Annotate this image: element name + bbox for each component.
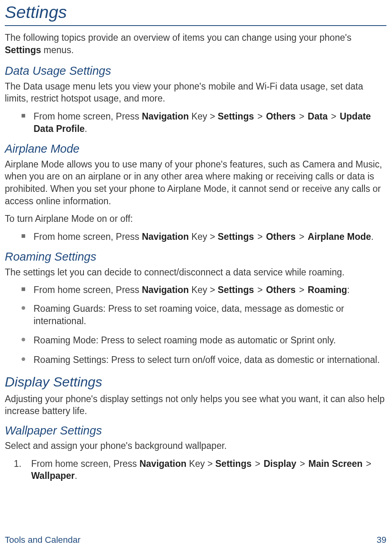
list-item: Roaming Guards: Press to set roaming voi… bbox=[22, 303, 386, 327]
footer-page-number: 39 bbox=[377, 534, 386, 546]
settings-bold: Settings bbox=[215, 458, 252, 469]
heading-display: Display Settings bbox=[5, 373, 386, 391]
li-key: Key > bbox=[189, 285, 218, 295]
dot: . bbox=[85, 124, 87, 134]
nav-bold: Navigation bbox=[142, 111, 189, 122]
main-bold: Main Screen bbox=[308, 458, 363, 469]
settings-bold: Settings bbox=[218, 111, 254, 122]
list-item: Roaming Mode: Press to select roaming mo… bbox=[22, 334, 386, 347]
others-bold: Others bbox=[266, 231, 296, 242]
intro-bold: Settings bbox=[5, 45, 41, 55]
gt: > bbox=[254, 231, 266, 242]
heading-wallpaper: Wallpaper Settings bbox=[5, 423, 386, 438]
li-pre: From home screen, Press bbox=[34, 231, 142, 242]
display-body: Adjusting your phone's display settings … bbox=[5, 393, 386, 417]
li-pre: From home screen, Press bbox=[31, 458, 139, 469]
nav-bold: Navigation bbox=[139, 458, 187, 469]
footer-left: Tools and Calendar bbox=[5, 534, 81, 546]
list-item: Roaming Settings: Press to select turn o… bbox=[22, 354, 386, 366]
data-usage-body: The Data usage menu lets you view your p… bbox=[5, 80, 386, 105]
others-bold: Others bbox=[266, 285, 296, 295]
intro-pre: The following topics provide an overview… bbox=[5, 32, 351, 43]
li-pre: From home screen, Press bbox=[34, 285, 142, 295]
airplane-body2: To turn Airplane Mode on or off: bbox=[5, 213, 386, 225]
gt: > bbox=[252, 458, 264, 469]
list-item: From home screen, Press Navigation Key >… bbox=[24, 458, 386, 482]
nav-bold: Navigation bbox=[142, 285, 189, 295]
settings-bold: Settings bbox=[218, 285, 254, 295]
airplane-bold: Airplane Mode bbox=[308, 231, 371, 242]
nav-bold: Navigation bbox=[142, 231, 189, 242]
page-footer: Tools and Calendar 39 bbox=[5, 534, 386, 546]
heading-data-usage: Data Usage Settings bbox=[5, 63, 386, 79]
roaming-body: The settings let you can decide to conne… bbox=[5, 266, 386, 279]
wallpaper-body: Select and assign your phone's backgroun… bbox=[5, 440, 386, 452]
page-title: Settings bbox=[5, 0, 386, 26]
gt: > bbox=[296, 111, 308, 122]
intro-post: menus. bbox=[41, 45, 74, 55]
gt: > bbox=[254, 285, 266, 295]
roaming-bold: Roaming bbox=[308, 285, 347, 295]
li-key: Key > bbox=[187, 458, 215, 469]
gt: > bbox=[296, 285, 308, 295]
colon: : bbox=[347, 285, 349, 295]
li-key: Key > bbox=[189, 231, 218, 242]
dot: . bbox=[371, 231, 374, 242]
gt: > bbox=[254, 111, 266, 122]
display-bold: Display bbox=[264, 458, 296, 469]
list-item: From home screen, Press Navigation Key >… bbox=[22, 231, 386, 243]
li-pre: From home screen, Press bbox=[34, 111, 142, 122]
settings-bold: Settings bbox=[218, 231, 254, 242]
dot: . bbox=[75, 470, 77, 481]
list-item: From home screen, Press Navigation Key >… bbox=[22, 284, 386, 296]
gt: > bbox=[296, 458, 308, 469]
heading-roaming: Roaming Settings bbox=[5, 249, 386, 265]
gt: > bbox=[328, 111, 340, 122]
gt: > bbox=[296, 231, 308, 242]
heading-airplane: Airplane Mode bbox=[5, 141, 386, 157]
others-bold: Others bbox=[266, 111, 296, 122]
data-usage-list: From home screen, Press Navigation Key >… bbox=[5, 110, 386, 135]
li-key: Key > bbox=[189, 111, 218, 122]
roaming-list-square: From home screen, Press Navigation Key >… bbox=[5, 284, 386, 296]
wallpaper-bold: Wallpaper bbox=[31, 470, 75, 481]
wallpaper-ol: From home screen, Press Navigation Key >… bbox=[5, 458, 386, 482]
data-bold: Data bbox=[308, 111, 328, 122]
intro-paragraph: The following topics provide an overview… bbox=[5, 32, 386, 56]
airplane-list: From home screen, Press Navigation Key >… bbox=[5, 231, 386, 243]
gt: > bbox=[362, 458, 372, 469]
roaming-list-disc: Roaming Guards: Press to set roaming voi… bbox=[5, 303, 386, 366]
list-item: From home screen, Press Navigation Key >… bbox=[22, 110, 386, 135]
airplane-body: Airplane Mode allows you to use many of … bbox=[5, 158, 386, 207]
